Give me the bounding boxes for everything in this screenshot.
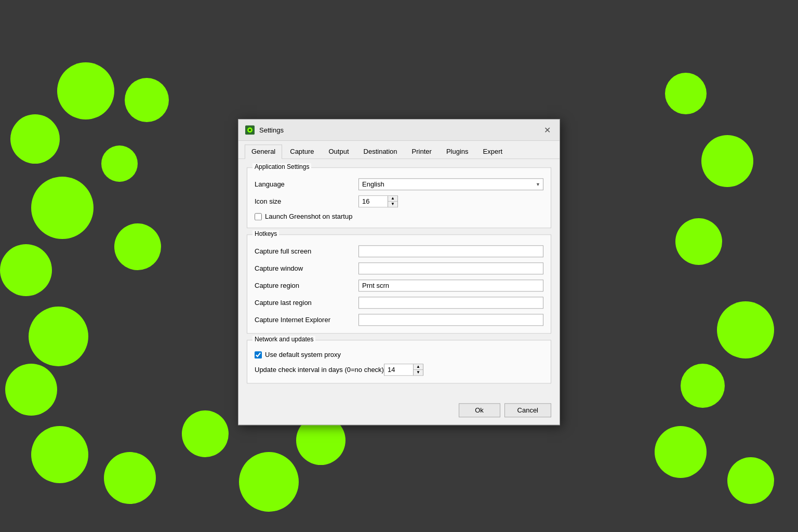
- hotkey-window-input[interactable]: [358, 262, 543, 274]
- icon-size-up-button[interactable]: ▲: [388, 196, 397, 202]
- bg-circle: [655, 426, 707, 478]
- bg-circle: [665, 73, 707, 114]
- proxy-label: Use default system proxy: [265, 351, 341, 358]
- tab-printer[interactable]: Printer: [405, 144, 438, 159]
- bg-circle: [104, 452, 156, 504]
- bg-circle: [31, 426, 88, 483]
- update-interval-label: Update check interval in days (0=no chec…: [255, 366, 384, 374]
- bg-circle: [0, 244, 52, 296]
- bg-circle: [717, 301, 774, 358]
- bg-circle: [101, 145, 138, 182]
- icon-size-down-button[interactable]: ▼: [388, 202, 397, 207]
- bg-circle: [114, 223, 161, 270]
- icon-size-input[interactable]: [359, 196, 388, 207]
- update-interval-spinner: ▲ ▼: [384, 364, 423, 376]
- update-interval-spin-buttons: ▲ ▼: [413, 364, 423, 375]
- hotkey-ie-input[interactable]: [358, 314, 543, 326]
- hotkey-region-control: [358, 280, 543, 291]
- icon-size-label: Icon size: [255, 197, 358, 205]
- dialog-content: Application Settings Language English Ge…: [238, 159, 560, 398]
- proxy-checkbox-row: Use default system proxy: [255, 351, 543, 358]
- app-settings-section: Application Settings Language English Ge…: [247, 167, 551, 228]
- icon-size-control: ▲ ▼: [358, 195, 543, 207]
- update-interval-control: ▲ ▼: [384, 364, 543, 376]
- tab-capture[interactable]: Capture: [283, 144, 321, 159]
- tab-general[interactable]: General: [245, 144, 282, 159]
- hotkey-fullscreen-label: Capture full screen: [255, 247, 358, 255]
- update-interval-input[interactable]: [384, 364, 413, 375]
- language-select-wrapper: English German French Spanish Dutch: [358, 178, 543, 190]
- language-select[interactable]: English German French Spanish Dutch: [358, 178, 543, 190]
- network-section: Network and updates Use default system p…: [247, 340, 551, 383]
- dialog-footer: Ok Cancel: [238, 398, 560, 424]
- dialog-title: Settings: [259, 126, 541, 134]
- proxy-checkbox[interactable]: [255, 351, 262, 358]
- tab-output[interactable]: Output: [322, 144, 356, 159]
- hotkey-fullscreen-input[interactable]: [358, 245, 543, 257]
- launch-label: Launch Greenshot on startup: [265, 212, 352, 220]
- app-settings-title: Application Settings: [252, 163, 311, 170]
- bg-circle: [125, 78, 169, 122]
- ok-button[interactable]: Ok: [459, 403, 500, 417]
- hotkey-lastregion-input[interactable]: [358, 297, 543, 309]
- tab-plugins[interactable]: Plugins: [440, 144, 475, 159]
- launch-checkbox-row: Launch Greenshot on startup: [255, 212, 543, 220]
- title-bar: Settings ✕: [238, 119, 560, 141]
- tab-bar: General Capture Output Destination Print…: [238, 141, 560, 159]
- network-title: Network and updates: [252, 336, 315, 343]
- hotkey-region-row: Capture region: [255, 280, 543, 291]
- launch-checkbox[interactable]: [255, 213, 262, 220]
- bg-circle: [31, 177, 94, 239]
- bg-circle: [675, 218, 722, 265]
- bg-circle: [29, 307, 88, 366]
- app-icon: [245, 125, 255, 135]
- close-button[interactable]: ✕: [541, 124, 553, 136]
- hotkey-lastregion-label: Capture last region: [255, 299, 358, 307]
- bg-circle: [727, 457, 774, 504]
- cancel-button[interactable]: Cancel: [504, 403, 551, 417]
- hotkey-window-control: [358, 262, 543, 274]
- hotkeys-title: Hotkeys: [252, 230, 279, 237]
- bg-circle: [182, 410, 229, 457]
- hotkey-lastregion-row: Capture last region: [255, 297, 543, 309]
- bg-circle: [57, 62, 114, 119]
- svg-point-2: [249, 129, 251, 131]
- icon-size-row: Icon size ▲ ▼: [255, 195, 543, 207]
- hotkey-region-input[interactable]: [358, 280, 543, 291]
- bg-circle: [239, 452, 299, 512]
- language-label: Language: [255, 180, 358, 188]
- tab-destination[interactable]: Destination: [357, 144, 404, 159]
- settings-dialog: Settings ✕ General Capture Output Destin…: [238, 119, 560, 425]
- hotkey-region-label: Capture region: [255, 282, 358, 289]
- bg-circle: [5, 364, 57, 416]
- icon-size-spin-buttons: ▲ ▼: [388, 196, 397, 207]
- hotkey-window-row: Capture window: [255, 262, 543, 274]
- update-interval-row: Update check interval in days (0=no chec…: [255, 364, 543, 376]
- hotkeys-section: Hotkeys Capture full screen Capture wind…: [247, 234, 551, 334]
- icon-size-spinner: ▲ ▼: [358, 195, 398, 207]
- bg-circle: [10, 114, 60, 164]
- hotkey-fullscreen-control: [358, 245, 543, 257]
- hotkey-ie-row: Capture Internet Explorer: [255, 314, 543, 326]
- tab-expert[interactable]: Expert: [476, 144, 510, 159]
- update-interval-down-button[interactable]: ▼: [414, 370, 423, 375]
- bg-circle: [681, 364, 725, 408]
- language-row: Language English German French Spanish D…: [255, 178, 543, 190]
- bg-circle: [701, 135, 753, 187]
- hotkey-fullscreen-row: Capture full screen: [255, 245, 543, 257]
- hotkey-ie-control: [358, 314, 543, 326]
- hotkey-window-label: Capture window: [255, 264, 358, 272]
- hotkey-lastregion-control: [358, 297, 543, 309]
- hotkey-ie-label: Capture Internet Explorer: [255, 316, 358, 324]
- language-control: English German French Spanish Dutch: [358, 178, 543, 190]
- update-interval-up-button[interactable]: ▲: [414, 364, 423, 370]
